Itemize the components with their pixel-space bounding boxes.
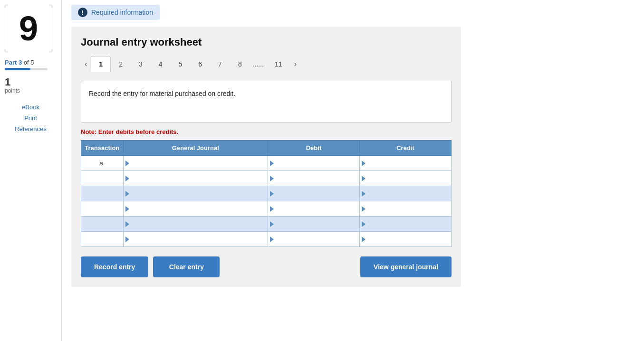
cell-triangle-icon (125, 161, 129, 166)
debit-input[interactable] (276, 202, 357, 216)
references-link[interactable]: References (5, 125, 57, 133)
journal-input[interactable] (131, 187, 266, 200)
debit-cell[interactable] (268, 201, 359, 217)
debit-cell[interactable] (268, 171, 359, 186)
journal-cell[interactable] (123, 201, 268, 217)
table-row (81, 171, 452, 186)
cell-triangle-icon (270, 191, 274, 197)
debit-input[interactable] (276, 172, 357, 185)
tab-11[interactable]: 11 (267, 56, 290, 72)
tab-5[interactable]: 5 (171, 56, 191, 72)
credit-cell[interactable] (359, 171, 451, 186)
col-debit: Debit (268, 141, 359, 156)
tab-3[interactable]: 3 (131, 56, 151, 72)
table-row (81, 217, 452, 232)
part-label: Part 3 of 5 (5, 59, 57, 66)
cell-triangle-icon (125, 221, 129, 227)
cell-triangle-icon (362, 237, 365, 242)
cell-triangle-icon (270, 221, 274, 227)
note-text: Note: Enter debits before credits. (81, 128, 452, 135)
transaction-cell (81, 186, 124, 201)
tab-prev-arrow[interactable]: ‹ (81, 58, 91, 70)
transaction-cell (81, 217, 124, 232)
table-row (81, 232, 452, 247)
table-row (81, 201, 452, 217)
credit-input[interactable] (367, 218, 449, 231)
tab-next-arrow[interactable]: › (290, 58, 300, 70)
credit-input[interactable] (367, 172, 449, 185)
description-text: Record the entry for material purchased … (89, 90, 235, 97)
tab-4[interactable]: 4 (151, 56, 171, 72)
credit-cell[interactable] (359, 232, 451, 247)
transaction-cell: a. (81, 156, 124, 171)
buttons-row: Record entry Clear entry View general jo… (81, 256, 452, 277)
debit-input[interactable] (276, 218, 357, 231)
required-info-text: Required information (91, 9, 153, 16)
progress-bar-container (5, 68, 48, 70)
question-number: 9 (19, 11, 38, 46)
tab-7[interactable]: 7 (210, 56, 230, 72)
debit-input[interactable] (276, 157, 357, 170)
required-info-icon: ! (78, 8, 87, 17)
credit-cell[interactable] (359, 186, 451, 201)
tab-8[interactable]: 8 (230, 56, 250, 72)
cell-triangle-icon (125, 191, 129, 197)
cell-triangle-icon (362, 191, 365, 197)
debit-cell[interactable] (268, 217, 359, 232)
note-prefix: Note: (81, 128, 96, 135)
cell-triangle-icon (125, 206, 129, 212)
table-row: a. (81, 156, 452, 171)
sidebar: 9 Part 3 of 5 1 points eBook Print Refer… (0, 0, 62, 341)
transaction-cell (81, 171, 124, 186)
cell-triangle-icon (270, 176, 274, 181)
credit-cell[interactable] (359, 201, 451, 217)
part-text: Part 3 (5, 59, 22, 66)
tab-2[interactable]: 2 (111, 56, 131, 72)
journal-cell[interactable] (123, 232, 268, 247)
required-info-banner: ! Required information (71, 5, 160, 20)
main-content: ! Required information Journal entry wor… (62, 0, 644, 341)
credit-input[interactable] (367, 157, 449, 170)
journal-input[interactable] (131, 157, 266, 170)
credit-input[interactable] (367, 187, 449, 200)
transaction-cell (81, 201, 124, 217)
debit-cell[interactable] (268, 156, 359, 171)
tab-navigation: ‹ 1 2 3 4 5 6 7 8 ...... 11 › (81, 56, 452, 72)
tab-dots: ...... (250, 57, 267, 72)
debit-cell[interactable] (268, 232, 359, 247)
cell-triangle-icon (270, 206, 274, 212)
question-number-box: 9 (5, 5, 52, 52)
clear-entry-button[interactable]: Clear entry (153, 256, 220, 277)
journal-cell[interactable] (123, 156, 268, 171)
journal-input[interactable] (131, 172, 266, 185)
journal-cell[interactable] (123, 217, 268, 232)
debit-input[interactable] (276, 233, 357, 246)
tab-6[interactable]: 6 (190, 56, 210, 72)
journal-cell[interactable] (123, 186, 268, 201)
journal-cell[interactable] (123, 171, 268, 186)
view-journal-button[interactable]: View general journal (360, 256, 452, 277)
debit-cell[interactable] (268, 186, 359, 201)
credit-cell[interactable] (359, 217, 451, 232)
col-transaction: Transaction (81, 141, 124, 156)
debit-input[interactable] (276, 187, 357, 200)
cell-triangle-icon (362, 176, 365, 181)
credit-cell[interactable] (359, 156, 451, 171)
ebook-link[interactable]: eBook (5, 104, 57, 111)
worksheet-box: Journal entry worksheet ‹ 1 2 3 4 5 6 7 … (71, 27, 461, 287)
cell-triangle-icon (125, 176, 129, 181)
record-entry-button[interactable]: Record entry (81, 256, 148, 277)
progress-bar-fill (5, 68, 30, 70)
note-body: Enter debits before credits. (98, 128, 178, 135)
transaction-cell (81, 232, 124, 247)
journal-input[interactable] (131, 233, 266, 246)
points-label: points (5, 87, 57, 94)
cell-triangle-icon (270, 237, 274, 242)
points-value: 1 (5, 77, 57, 87)
print-link[interactable]: Print (5, 114, 57, 122)
journal-input[interactable] (131, 218, 266, 231)
credit-input[interactable] (367, 233, 449, 246)
tab-1[interactable]: 1 (91, 56, 111, 72)
credit-input[interactable] (367, 202, 449, 216)
journal-input[interactable] (131, 202, 266, 216)
